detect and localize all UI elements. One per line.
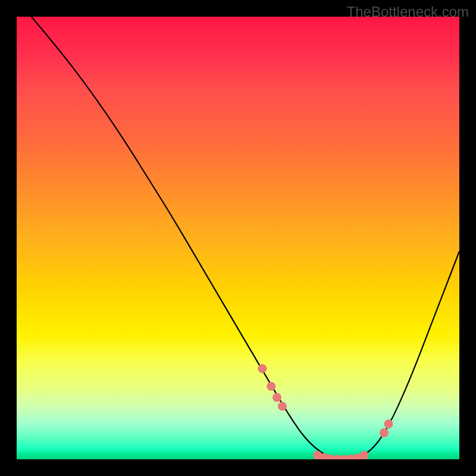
chart-plot-area [17, 17, 459, 459]
chart-marker-dot [267, 382, 275, 391]
chart-marker-dot [273, 393, 281, 402]
chart-marker-dot [380, 428, 389, 437]
chart-marker-dot [258, 364, 267, 373]
chart-svg [17, 17, 459, 459]
chart-markers [258, 364, 393, 459]
bottleneck-curve-line [17, 17, 459, 459]
watermark-text: TheBottleneck.com [347, 4, 469, 20]
chart-marker-dot [278, 402, 287, 411]
chart-marker-dot [384, 419, 393, 428]
